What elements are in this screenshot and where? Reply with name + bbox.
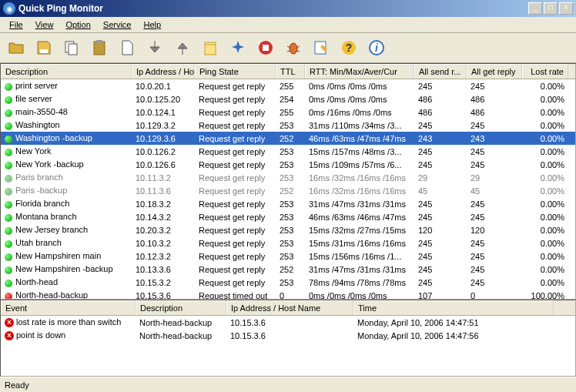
new-doc-icon[interactable] <box>116 36 139 59</box>
status-text: Ready <box>5 380 29 390</box>
event-panel[interactable]: Event Description Ip Address / Host Name… <box>0 300 576 377</box>
event-row[interactable]: ×point is downNorth-head-backup10.15.3.6… <box>1 329 575 342</box>
col-rtt[interactable]: RTT: Min/Max/Aver/Cur <box>305 64 414 79</box>
cell-lost: 0.00% <box>522 265 568 274</box>
col-getreply[interactable]: All get reply <box>467 64 522 79</box>
ecol-time[interactable]: Time <box>353 300 554 315</box>
cell-rtt: 31ms /47ms /31ms /31ms <box>305 265 414 274</box>
cell-desc: New Hampshiren -backup <box>15 264 113 273</box>
cell-ttl: 252 <box>276 265 305 274</box>
table-row[interactable]: Paris -backup10.11.3.6Request get reply2… <box>1 184 575 197</box>
cell-get: 245 <box>467 252 522 261</box>
col-ttl[interactable]: TTL <box>276 64 305 79</box>
menu-view[interactable]: View <box>29 18 60 31</box>
cell-lost: 0.00% <box>522 186 568 196</box>
cell-desc: Montana branch <box>15 212 77 221</box>
arrow-up-icon[interactable] <box>171 36 194 59</box>
cell-send: 107 <box>414 291 467 300</box>
status-dot-icon <box>5 227 12 235</box>
cell-get: 245 <box>467 213 522 222</box>
maximize-button[interactable]: □ <box>544 2 558 15</box>
info-icon[interactable]: i <box>365 36 388 59</box>
table-row[interactable]: Washington10.129.3.2Request get reply253… <box>1 119 575 132</box>
cell-lost: 0.00% <box>522 173 568 183</box>
save-icon[interactable] <box>32 36 55 59</box>
table-row[interactable]: New Hampshiren main10.12.3.2Request get … <box>1 250 575 263</box>
table-row[interactable]: Florida branch10.18.3.2Request get reply… <box>1 197 575 210</box>
table-row[interactable]: New Jersey branch10.20.3.2Request get re… <box>1 223 575 236</box>
cell-ip: 10.18.3.2 <box>132 199 195 209</box>
table-row[interactable]: North-head10.15.3.2Request get reply2537… <box>1 276 575 289</box>
close-button[interactable]: × <box>559 2 573 15</box>
cell-desc: New Jersey branch <box>15 225 88 234</box>
status-dot-icon <box>5 109 12 117</box>
table-row[interactable]: Washington -backup10.129.3.6Request get … <box>1 132 575 145</box>
event-row[interactable]: ×lost rate is more than switchNorth-head… <box>1 316 575 329</box>
cell-state: Request get reply <box>195 213 276 222</box>
table-row[interactable]: main-3550-4810.0.124.1Request get reply2… <box>1 106 575 119</box>
help-icon[interactable]: ? <box>337 36 360 59</box>
edit-icon[interactable] <box>310 36 333 59</box>
cell-send: 245 <box>414 160 467 169</box>
svg-rect-7 <box>263 45 269 51</box>
event-text: lost rate is more than switch <box>16 317 121 327</box>
col-lostrate[interactable]: Lost rate <box>522 64 568 79</box>
table-row[interactable]: print server10.0.20.1Request get reply25… <box>1 79 575 92</box>
ecol-event[interactable]: Event <box>1 300 136 315</box>
cell-ip: 10.0.126.6 <box>132 160 195 169</box>
table-row[interactable]: New York -backup10.0.126.6Request get re… <box>1 158 575 171</box>
cell-lost: 0.00% <box>522 278 568 287</box>
cell-state: Request get reply <box>195 186 276 196</box>
cell-get: 120 <box>467 226 522 235</box>
event-time: Monday, April 10, 2006 14:47:51 <box>353 318 554 327</box>
menu-service[interactable]: Service <box>97 18 138 31</box>
cell-send: 245 <box>414 265 467 274</box>
menu-help[interactable]: Help <box>138 18 168 31</box>
note-icon[interactable] <box>199 36 222 59</box>
stop-icon[interactable] <box>254 36 277 59</box>
cell-ttl: 253 <box>276 252 305 261</box>
minimize-button[interactable]: _ <box>528 2 542 15</box>
menu-file[interactable]: File <box>3 18 29 31</box>
cell-ip: 10.10.3.2 <box>132 239 195 248</box>
table-row[interactable]: Utah branch10.10.3.2Request get reply253… <box>1 236 575 250</box>
cell-ip: 10.11.3.6 <box>132 186 195 196</box>
cell-state: Request get reply <box>195 160 276 169</box>
cell-desc: print server <box>15 81 58 90</box>
table-row[interactable]: New Hampshiren -backup10.13.3.6Request g… <box>1 263 575 276</box>
paste-icon[interactable] <box>88 36 111 59</box>
status-dot-icon <box>5 175 12 183</box>
col-pingstate[interactable]: Ping State <box>195 64 276 79</box>
cell-send: 245 <box>414 213 467 222</box>
menu-option[interactable]: Option <box>59 18 96 31</box>
svg-rect-5 <box>205 42 216 55</box>
open-folder-icon[interactable] <box>5 36 28 59</box>
bug-icon[interactable] <box>282 36 305 59</box>
col-send[interactable]: All send r... <box>414 64 467 79</box>
cell-rtt: 0ms /0ms /0ms /0ms <box>305 95 414 104</box>
cell-desc: New Hampshiren main <box>15 251 101 260</box>
col-description[interactable]: Description <box>1 64 132 79</box>
sparkle-icon[interactable] <box>226 36 249 59</box>
table-row[interactable]: file server10.0.125.20Request get reply2… <box>1 92 575 106</box>
cell-state: Request get reply <box>195 199 276 209</box>
table-row[interactable]: North-head-backup10.15.3.6Request timed … <box>1 289 575 300</box>
arrow-down-icon[interactable] <box>143 36 166 59</box>
cell-state: Request get reply <box>195 147 276 156</box>
host-list[interactable]: Description Ip Address / Host... Ping St… <box>0 63 576 300</box>
ecol-ip[interactable]: Ip Address / Host Name <box>226 300 353 315</box>
cell-send: 245 <box>414 278 467 287</box>
ecol-desc[interactable]: Description <box>136 300 226 315</box>
cell-rtt: 0ms /0ms /0ms /0ms <box>305 291 414 300</box>
copy-icon[interactable] <box>60 36 83 59</box>
cell-send: 29 <box>414 173 467 183</box>
cell-lost: 0.00% <box>522 108 568 117</box>
table-row[interactable]: New York10.0.126.2Request get reply25315… <box>1 145 575 158</box>
table-row[interactable]: Montana branch10.14.3.2Request get reply… <box>1 210 575 223</box>
cell-rtt: 16ms /32ms /16ms /16ms <box>305 173 414 183</box>
table-row[interactable]: Paris branch10.11.3.2Request get reply25… <box>1 171 575 184</box>
titlebar: ◉ Quick Ping Monitor _ □ × <box>0 0 576 17</box>
status-dot-icon <box>5 214 12 222</box>
list-header: Description Ip Address / Host... Ping St… <box>1 64 575 79</box>
col-ip[interactable]: Ip Address / Host... <box>132 64 195 79</box>
